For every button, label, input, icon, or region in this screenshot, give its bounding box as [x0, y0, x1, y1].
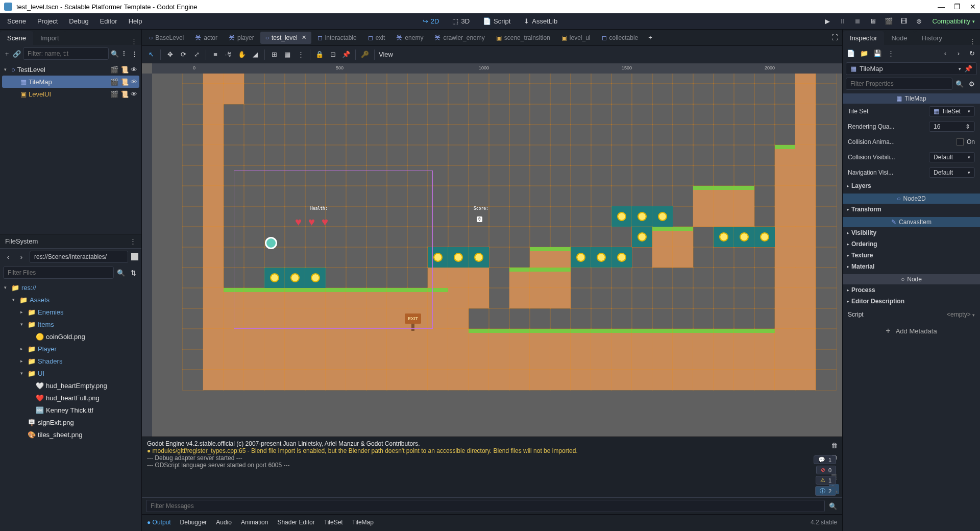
mode-script[interactable]: 📄 Script	[480, 15, 513, 27]
insp-back-icon[interactable]: ‹	[940, 48, 950, 58]
snap-options-icon[interactable]: ⋮	[296, 50, 306, 60]
play-button[interactable]: ▶	[822, 16, 832, 27]
history-tab[interactable]: History	[915, 31, 949, 45]
inspector-dock-options[interactable]: ⋮	[965, 37, 980, 45]
lock-icon[interactable]: 🔒	[314, 50, 325, 60]
fs-item[interactable]: ▾📁Items	[2, 318, 139, 330]
warn-count-badge[interactable]: ⚠1	[816, 476, 836, 485]
view-menu[interactable]: View	[379, 51, 393, 58]
menu-scene[interactable]: Scene	[2, 15, 31, 27]
bottom-tab-animation[interactable]: Animation	[241, 519, 268, 526]
select-tool[interactable]: ↖	[146, 50, 156, 60]
inspector-filter-input[interactable]	[846, 78, 952, 90]
scene-tab-enemy[interactable]: 웃enemy	[391, 31, 428, 44]
fs-search-icon[interactable]: 🔍	[116, 268, 126, 278]
add-node-button[interactable]: +	[3, 49, 11, 59]
distraction-free-icon[interactable]: ⛶	[829, 32, 840, 43]
scene-node-tilemap[interactable]: ▦TileMap🎬📜👁	[2, 76, 139, 88]
inspector-node-selector[interactable]: ▦ TileMap ▾ 📌	[846, 62, 977, 75]
fs-item[interactable]: 🟡coinGold.png	[2, 330, 139, 343]
move-tool[interactable]: ✥	[165, 50, 175, 60]
insp-fwd-icon[interactable]: ›	[953, 48, 964, 58]
info-count-badge[interactable]: ⓘ2	[815, 486, 836, 496]
fold-material[interactable]: ▸Material	[843, 261, 980, 272]
script-icon[interactable]: 📜	[120, 78, 129, 86]
animation-key-icon[interactable]: 🔑	[360, 50, 370, 60]
fs-sort-icon[interactable]: ⇅	[128, 268, 138, 278]
stop-button[interactable]: ⏹	[853, 16, 863, 27]
insp-history-icon[interactable]: ↻	[967, 48, 977, 58]
mode-2d[interactable]: ↪ 2D	[420, 15, 443, 27]
fs-path-input[interactable]	[30, 251, 128, 263]
fs-back-button[interactable]: ‹	[3, 252, 13, 262]
prop-script[interactable]: <empty> ▾	[947, 311, 975, 318]
smart-snap-icon[interactable]: ⊞	[269, 50, 279, 60]
instance-icon[interactable]: 🎬	[110, 90, 118, 98]
section-canvasitem[interactable]: ✎CanvasItem	[843, 217, 980, 227]
fold-ordering[interactable]: ▸Ordering	[843, 238, 980, 250]
bottom-tab-debugger[interactable]: Debugger	[180, 519, 207, 526]
play-custom-button[interactable]: 🎞	[899, 16, 909, 27]
fs-item[interactable]: ▾📁Assets	[2, 294, 139, 306]
fs-filter-input[interactable]	[3, 267, 114, 279]
fs-item[interactable]: ▸📁Enemies	[2, 306, 139, 318]
section-node[interactable]: ○Node	[843, 274, 980, 284]
scene-filter-input[interactable]	[23, 47, 109, 60]
bottom-tab-tileset[interactable]: TileSet	[324, 519, 343, 526]
prop-collision-vis[interactable]: Default▾	[929, 152, 975, 162]
node-tab[interactable]: Node	[884, 31, 914, 45]
rotate-tool[interactable]: ⟳	[178, 50, 188, 60]
instance-icon[interactable]: 🎬	[110, 78, 118, 86]
scene-tab-interactable[interactable]: ◻interactable	[312, 32, 362, 44]
pivot-tool[interactable]: ·↯	[224, 50, 234, 60]
movie-button[interactable]: ⊚	[914, 16, 924, 27]
add-metadata-button[interactable]: +Add Metadata	[843, 322, 980, 340]
menu-debug[interactable]: Debug	[64, 15, 93, 27]
fs-item[interactable]: ▾📁UI	[2, 367, 139, 379]
menu-editor[interactable]: Editor	[95, 15, 122, 27]
group-icon[interactable]: ⊡	[328, 50, 338, 60]
minimize-button[interactable]: —	[938, 3, 945, 11]
script-icon[interactable]: 📜	[120, 66, 129, 74]
scene-tab-player[interactable]: 웃player	[224, 31, 259, 44]
search-icon[interactable]: 🔍	[111, 49, 119, 59]
insp-filter-search-icon[interactable]: 🔍	[954, 79, 965, 89]
fs-item[interactable]: 🔤Kenney Thick.ttf	[2, 404, 139, 416]
insp-save-icon[interactable]: 💾	[872, 48, 883, 58]
fs-item[interactable]: ▸📁Shaders	[2, 355, 139, 367]
scene-tree-options-icon[interactable]: ⠇	[121, 49, 129, 59]
fold-transform[interactable]: ▸Transform	[843, 204, 980, 215]
filter-messages-input[interactable]	[146, 500, 825, 512]
visibility-icon[interactable]: 👁	[131, 78, 137, 86]
bottom-tab-tilemap[interactable]: TileMap	[352, 519, 374, 526]
bottom-tab-audio[interactable]: Audio	[216, 519, 232, 526]
menu-help[interactable]: Help	[124, 15, 148, 27]
fs-fwd-button[interactable]: ›	[16, 252, 27, 262]
error-count-badge[interactable]: ⊘0	[816, 466, 836, 474]
script-icon[interactable]: 📜	[120, 90, 129, 98]
mode-3d[interactable]: ⬚ 3D	[449, 15, 473, 27]
fold-layers[interactable]: ▸Layers	[843, 180, 980, 191]
grid-snap-icon[interactable]: ▦	[282, 50, 292, 60]
new-scene-button[interactable]: +	[644, 34, 656, 41]
scene-tab-test_level[interactable]: ○test_level✕	[260, 32, 311, 44]
prop-rendering[interactable]: 16⇕	[929, 122, 975, 132]
renderer-dropdown[interactable]: Compatibility ▾	[929, 16, 978, 26]
fold-editor-desc[interactable]: ▸Editor Description	[843, 296, 980, 307]
scene-node-levelui[interactable]: ▣LevelUI🎬📜👁	[2, 88, 139, 100]
inspector-tab[interactable]: Inspector	[843, 31, 884, 45]
maximize-button[interactable]: ❐	[954, 3, 961, 11]
instance-icon[interactable]: 🎬	[110, 66, 118, 74]
insp-load-icon[interactable]: 📁	[859, 48, 869, 58]
scene-tab-actor[interactable]: 웃actor	[190, 31, 223, 44]
scene-dock-tab[interactable]: Scene	[0, 31, 33, 45]
scene-tab-level_ui[interactable]: ▣level_ui	[556, 32, 596, 44]
fs-options-icon[interactable]: ⋮	[130, 237, 136, 245]
fold-texture[interactable]: ▸Texture	[843, 250, 980, 261]
fold-visibility[interactable]: ▸Visibility	[843, 227, 980, 238]
filter-search-icon[interactable]: 🔍	[828, 501, 838, 511]
pause-button[interactable]: ⏸	[838, 16, 848, 27]
prop-nav-vis[interactable]: Default▾	[929, 167, 975, 178]
close-button[interactable]: ✕	[970, 3, 976, 11]
insp-new-icon[interactable]: 📄	[846, 48, 856, 58]
